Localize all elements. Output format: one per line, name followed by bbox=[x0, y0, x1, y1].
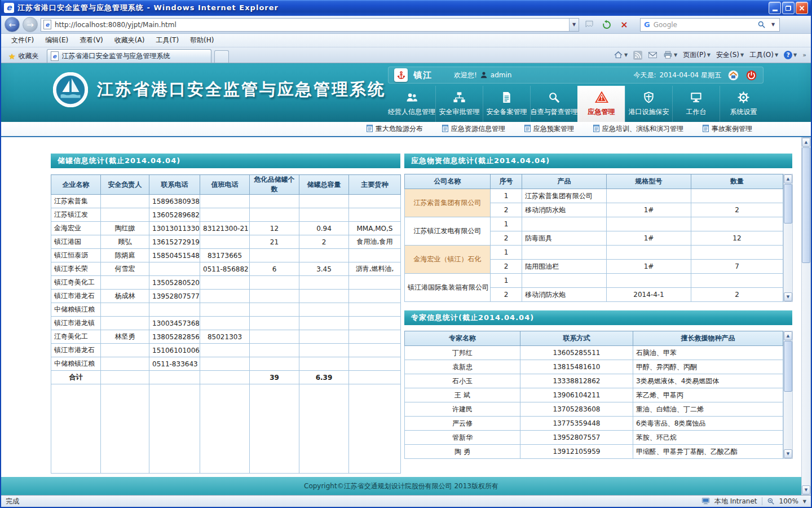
submenu-item-2[interactable]: 应急资源信息管理 bbox=[442, 124, 505, 134]
scroll-up-button[interactable]: ▲ bbox=[784, 331, 792, 340]
menu-item-6[interactable]: 帮助(H) bbox=[184, 34, 219, 47]
forward-button[interactable]: → bbox=[23, 17, 38, 32]
table-row[interactable]: 丁邦红13605285511石脑油、甲苯 bbox=[405, 346, 783, 360]
table-row[interactable]: 镇江市港龙石杨成林13952807577 bbox=[51, 290, 401, 303]
address-dropdown[interactable]: ▼ bbox=[569, 19, 579, 31]
favorites-button[interactable]: ★ 收藏夹 bbox=[3, 50, 44, 63]
cell bbox=[101, 344, 149, 357]
zoom-level[interactable]: 100% bbox=[779, 497, 798, 505]
cell: 3类易燃液体、4类易燃固体 bbox=[633, 374, 783, 388]
home-shortcut-icon[interactable] bbox=[727, 69, 739, 81]
table-row[interactable]: 陶 勇13912105959甲缩醛、甲基异丁基酮、乙酸乙酯 bbox=[405, 445, 783, 459]
submenu-bar: 重大危险源分布应急资源信息管理应急预案管理应急培训、演练和演习管理事故案例管理 bbox=[1, 122, 811, 137]
menu-item-1[interactable]: 文件(F) bbox=[6, 34, 39, 47]
table-row[interactable]: 江苏镇江发电有限公司1 bbox=[405, 217, 783, 231]
table-row[interactable]: 江奇美化工林坚勇1380528285685021303 bbox=[51, 330, 401, 344]
supplies-scrollbar[interactable]: ▲ ▼ bbox=[783, 174, 793, 302]
scroll-thumb[interactable] bbox=[784, 184, 792, 224]
table-row[interactable]: 中储粮镇江粮0511-833643 bbox=[51, 357, 401, 371]
stop-button[interactable]: × bbox=[617, 17, 632, 32]
column-header: 专家名称 bbox=[405, 331, 520, 346]
submenu-item-1[interactable]: 重大危险源分布 bbox=[367, 124, 423, 134]
scroll-up-button[interactable]: ▲ bbox=[784, 174, 792, 183]
cell bbox=[200, 290, 250, 303]
supplies-header-row: 公司名称序号产品规格型号数量 bbox=[405, 174, 783, 189]
nav-item-7[interactable]: 工作台 bbox=[672, 86, 720, 122]
print-button[interactable]: ▼ bbox=[663, 50, 677, 60]
table-row[interactable]: 镇江港国际集装箱有限公司1 bbox=[405, 274, 783, 288]
scroll-down-button[interactable]: ▼ bbox=[784, 292, 792, 301]
table-row[interactable]: 管新华13952807557苯胺、环己烷 bbox=[405, 431, 783, 445]
experts-table: 专家名称联系方式擅长救援物种产品丁邦红13605285511石脑油、甲苯袁新忠1… bbox=[404, 331, 783, 459]
back-button[interactable]: ← bbox=[5, 17, 20, 32]
logout-power-icon[interactable] bbox=[745, 69, 757, 81]
tools-menu-button[interactable]: 工具(O)▼ bbox=[749, 50, 778, 60]
table-row[interactable]: 金海宏业（镇江）石化1 bbox=[405, 246, 783, 260]
search-button[interactable] bbox=[754, 19, 768, 31]
search-box[interactable]: G Google ▼ bbox=[640, 18, 780, 32]
nav-item-2[interactable]: 安全审批管理 bbox=[435, 86, 483, 122]
nav-item-6[interactable]: 港口设施保安 bbox=[625, 86, 672, 122]
table-row[interactable]: 石小玉133388128623类易燃液体、4类易燃固体 bbox=[405, 374, 783, 388]
url-text: http://localhost:8080/yjpt/Main.html bbox=[55, 21, 566, 29]
table-row[interactable]: 江苏索普集团有限公司1江苏索普集团有限公司 bbox=[405, 189, 783, 203]
table-row[interactable]: 王 斌13906104211苯乙烯、甲基丙 bbox=[405, 388, 783, 402]
scroll-down-button[interactable]: ▼ bbox=[784, 449, 792, 458]
help-button[interactable]: ?▼ bbox=[784, 51, 797, 59]
feeds-button[interactable] bbox=[633, 51, 642, 60]
cell: 13906104211 bbox=[520, 388, 633, 402]
table-row[interactable]: 中储粮镇江粮 bbox=[51, 303, 401, 317]
table-row[interactable]: 镇江市港龙镇13003457368 bbox=[51, 317, 401, 330]
scroll-up-button[interactable]: ▲ bbox=[802, 138, 810, 147]
overflow-chevron[interactable]: » bbox=[802, 51, 806, 59]
refresh-button[interactable] bbox=[599, 17, 614, 32]
home-button[interactable]: ▼ bbox=[614, 50, 628, 60]
table-row[interactable]: 许建民13705283608重油、白蜡油、丁二烯 bbox=[405, 402, 783, 417]
page-menu-button[interactable]: 页面(P)▼ bbox=[683, 50, 710, 60]
new-tab-button[interactable] bbox=[214, 50, 229, 63]
table-row[interactable]: 金海宏业陶红皦1301301133083121300-21120.94MMA,M… bbox=[51, 222, 401, 235]
table-row[interactable]: 江苏镇江发13605289682 bbox=[51, 208, 401, 222]
menu-item-3[interactable]: 查看(V) bbox=[74, 34, 109, 47]
minimize-button[interactable] bbox=[769, 2, 781, 14]
restore-button[interactable] bbox=[782, 2, 795, 14]
submenu-item-5[interactable]: 事故案例管理 bbox=[703, 124, 752, 134]
nav-item-8[interactable]: 系统设置 bbox=[720, 86, 767, 122]
table-row[interactable]: 江苏索普集15896380938 bbox=[51, 195, 401, 208]
nav-item-3[interactable]: 安全备案管理 bbox=[483, 86, 530, 122]
menu-item-2[interactable]: 编辑(E) bbox=[39, 34, 74, 47]
submenu-item-4[interactable]: 应急培训、演练和演习管理 bbox=[593, 124, 683, 134]
search-dropdown[interactable]: ▼ bbox=[771, 22, 779, 27]
main-vertical-scrollbar[interactable]: ▲ ▼ bbox=[801, 137, 811, 495]
table-row[interactable]: 镇江恒泰沥陈炳庭1585045154883173665 bbox=[51, 249, 401, 262]
experts-scrollbar[interactable]: ▲ ▼ bbox=[783, 331, 793, 459]
table-row[interactable]: 严云修137753594486类毒害品、8类腐蚀品 bbox=[405, 417, 783, 431]
cell: 13952807557 bbox=[520, 431, 633, 445]
nav-item-1[interactable]: 经营人信息管理 bbox=[388, 86, 435, 122]
nav-item-5[interactable]: 应急管理 bbox=[577, 86, 625, 122]
submenu-item-label: 应急预案管理 bbox=[533, 124, 574, 134]
zoom-dropdown[interactable]: ▼ bbox=[803, 499, 806, 504]
cell: 6类毒害品、8类腐蚀品 bbox=[633, 417, 783, 431]
submenu-item-3[interactable]: 应急预案管理 bbox=[524, 124, 574, 134]
close-button[interactable]: × bbox=[796, 2, 808, 14]
scroll-thumb[interactable] bbox=[784, 341, 792, 392]
scroll-thumb[interactable] bbox=[802, 147, 810, 263]
mail-button[interactable] bbox=[648, 50, 657, 60]
table-row[interactable]: 袁新忠13815481610甲醇、异丙醇、丙酮 bbox=[405, 360, 783, 374]
compatibility-view-icon[interactable] bbox=[582, 17, 597, 32]
browser-tab[interactable]: e 江苏省港口安全监管与应急管理系统 bbox=[47, 49, 211, 63]
scroll-down-button[interactable]: ▼ bbox=[802, 485, 810, 494]
safety-menu-button[interactable]: 安全(S)▼ bbox=[716, 50, 744, 60]
table-row[interactable]: 镇江李长荣何雪宏0511-85688263.45沥青,燃料油, bbox=[51, 262, 401, 276]
menu-item-4[interactable]: 收藏夹(A) bbox=[109, 34, 151, 47]
menu-item-5[interactable]: 工具(T) bbox=[150, 34, 184, 47]
table-row[interactable]: 镇江奇美化工13505280520 bbox=[51, 276, 401, 290]
cell: 中储粮镇江粮 bbox=[51, 357, 101, 371]
nav-item-4[interactable]: 自查与督查管理 bbox=[530, 86, 577, 122]
cell: 85021303 bbox=[200, 330, 250, 344]
address-field[interactable]: e http://localhost:8080/yjpt/Main.html ▼ bbox=[41, 18, 579, 32]
table-row[interactable]: 镇江港国顾弘13615272919212食用油,食用 bbox=[51, 235, 401, 249]
title-bar: e 江苏省港口安全监管与应急管理系统 - Windows Internet Ex… bbox=[1, 0, 811, 16]
table-row[interactable]: 镇江市港龙石15106101006 bbox=[51, 344, 401, 357]
